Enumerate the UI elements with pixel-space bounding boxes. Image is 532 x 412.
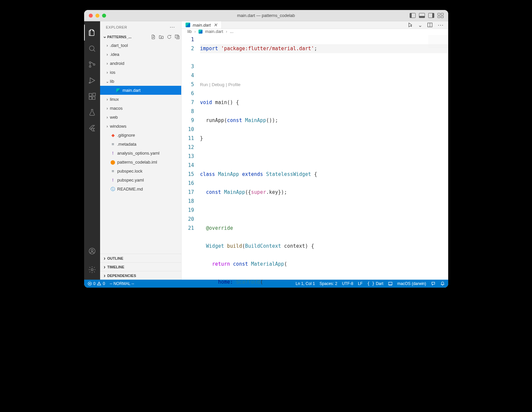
split-editor-icon[interactable] xyxy=(427,22,433,28)
panel-left-icon[interactable] xyxy=(410,13,416,18)
file-icon: ≡ xyxy=(110,142,116,147)
file-icon: ≡ xyxy=(110,169,116,174)
chevron-right-icon xyxy=(102,264,107,270)
folder-item[interactable]: ⌄lib xyxy=(100,77,181,86)
file-item[interactable]: ◆.gitignore xyxy=(100,131,181,140)
codelens: Run|Debug|Profile xyxy=(200,80,448,89)
svg-point-13 xyxy=(411,26,412,27)
minimap[interactable] xyxy=(428,35,448,49)
code-editor[interactable]: 12 3456789101112131415161718192021 impor… xyxy=(182,34,448,288)
minimize-button[interactable] xyxy=(95,14,99,18)
chevron-right-icon xyxy=(102,255,107,261)
file-item[interactable]: !analysis_options.yaml xyxy=(100,149,181,158)
tree-item-label: ios xyxy=(110,70,116,75)
file-icon: ! xyxy=(110,178,116,183)
status-errors[interactable]: 0 0 xyxy=(87,281,105,286)
dependencies-section[interactable]: DEPENDENCIES xyxy=(100,271,181,280)
file-item[interactable]: !pubspec.yaml xyxy=(100,176,181,185)
run-debug-icon[interactable] xyxy=(84,72,100,88)
window-title: main.dart — patterns_codelab xyxy=(84,13,448,18)
tree-item-label: README.md xyxy=(117,187,143,192)
codelens-run[interactable]: Run xyxy=(200,80,208,89)
tree-item-label: .metadata xyxy=(117,142,137,147)
svg-point-3 xyxy=(93,64,95,66)
breadcrumb[interactable]: lib › main.dart › ... xyxy=(182,29,448,34)
tree-item-label: pubspec.yaml xyxy=(117,178,144,183)
sidebar: EXPLORER ⋯ PATTERNS_... ›.dart_tool›.ide… xyxy=(100,21,182,280)
svg-point-0 xyxy=(89,46,94,51)
breadcrumb-segment[interactable]: main.dart xyxy=(205,29,223,34)
panel-right-icon[interactable] xyxy=(428,13,434,18)
more-icon[interactable]: ⋯ xyxy=(438,21,444,29)
folder-header[interactable]: PATTERNS_... xyxy=(100,33,181,41)
layout-grid-icon[interactable] xyxy=(438,13,444,18)
testing-icon[interactable] xyxy=(84,104,100,120)
extensions-icon[interactable] xyxy=(84,88,100,104)
file-tree: ›.dart_tool›.idea›android›ios⌄libmain.da… xyxy=(100,41,181,254)
file-item[interactable]: ≡pubspec.lock xyxy=(100,167,181,176)
tree-item-label: .idea xyxy=(110,52,119,57)
code-content[interactable]: import 'package:flutter/material.dart'; … xyxy=(200,34,448,288)
folder-item[interactable]: ›windows xyxy=(100,122,181,131)
codelens-profile[interactable]: Profile xyxy=(228,80,240,89)
sidebar-more-icon[interactable]: ⋯ xyxy=(170,24,175,30)
flutter-icon[interactable] xyxy=(84,120,100,136)
file-item[interactable]: main.dart xyxy=(100,86,181,95)
file-icon xyxy=(115,88,121,92)
maximize-button[interactable] xyxy=(102,14,106,18)
panel-bottom-icon[interactable] xyxy=(419,13,425,18)
sidebar-title: EXPLORER xyxy=(106,25,170,29)
explorer-icon[interactable] xyxy=(84,25,100,41)
file-item[interactable]: ⬤patterns_codelab.iml xyxy=(100,158,181,167)
source-control-icon[interactable] xyxy=(84,57,100,72)
chevron-right-icon: › xyxy=(105,124,110,129)
dart-file-icon xyxy=(199,30,202,34)
new-folder-icon[interactable] xyxy=(159,34,164,40)
run-icon[interactable] xyxy=(407,22,413,28)
titlebar: main.dart — patterns_codelab xyxy=(84,10,448,21)
status-vim-mode[interactable]: -- NORMAL -- xyxy=(110,281,134,286)
folder-item[interactable]: ›web xyxy=(100,113,181,122)
settings-gear-icon[interactable] xyxy=(84,262,100,278)
file-item[interactable]: ⓘREADME.md xyxy=(100,185,181,194)
refresh-icon[interactable] xyxy=(167,34,172,40)
tab-bar: main.dart ✕ ⌄ ⋯ xyxy=(182,21,448,29)
folder-item[interactable]: ›android xyxy=(100,59,181,68)
editor-actions: ⌄ ⋯ xyxy=(403,21,448,29)
file-icon: ! xyxy=(110,151,116,156)
folder-item[interactable]: ›.idea xyxy=(100,50,181,59)
timeline-section[interactable]: TIMELINE xyxy=(100,262,181,271)
tree-item-label: web xyxy=(110,115,118,120)
svg-rect-7 xyxy=(92,97,95,99)
file-item[interactable]: ≡.metadata xyxy=(100,140,181,149)
folder-item[interactable]: ›linux xyxy=(100,95,181,104)
chevron-down-icon[interactable]: ⌄ xyxy=(418,22,422,28)
close-icon[interactable]: ✕ xyxy=(213,22,217,28)
folder-name: PATTERNS_... xyxy=(107,35,151,39)
breadcrumb-segment[interactable]: lib xyxy=(188,29,192,34)
collapse-icon[interactable] xyxy=(175,34,180,40)
close-button[interactable] xyxy=(89,14,93,18)
svg-rect-6 xyxy=(89,97,92,99)
chevron-right-icon: › xyxy=(226,29,227,34)
codelens-debug[interactable]: Debug xyxy=(212,80,224,89)
svg-rect-12 xyxy=(175,35,178,38)
chevron-right-icon: › xyxy=(105,97,110,102)
folder-item[interactable]: ›.dart_tool xyxy=(100,41,181,50)
outline-section[interactable]: OUTLINE xyxy=(100,254,181,262)
folder-actions xyxy=(151,34,180,40)
folder-item[interactable]: ›ios xyxy=(100,68,181,77)
tree-item-label: pubspec.lock xyxy=(117,169,143,174)
main-area: EXPLORER ⋯ PATTERNS_... ›.dart_tool›.ide… xyxy=(84,21,448,280)
tab-main-dart[interactable]: main.dart ✕ xyxy=(182,21,222,29)
search-icon[interactable] xyxy=(84,41,100,57)
tree-item-label: patterns_codelab.iml xyxy=(117,160,157,165)
account-icon[interactable] xyxy=(84,243,100,259)
dart-file-icon xyxy=(186,23,190,27)
tree-item-label: main.dart xyxy=(123,88,141,93)
breadcrumb-segment[interactable]: ... xyxy=(230,29,233,34)
folder-item[interactable]: ›macos xyxy=(100,104,181,113)
new-file-icon[interactable] xyxy=(151,34,156,40)
tree-item-label: android xyxy=(110,61,124,66)
svg-point-10 xyxy=(91,249,93,251)
